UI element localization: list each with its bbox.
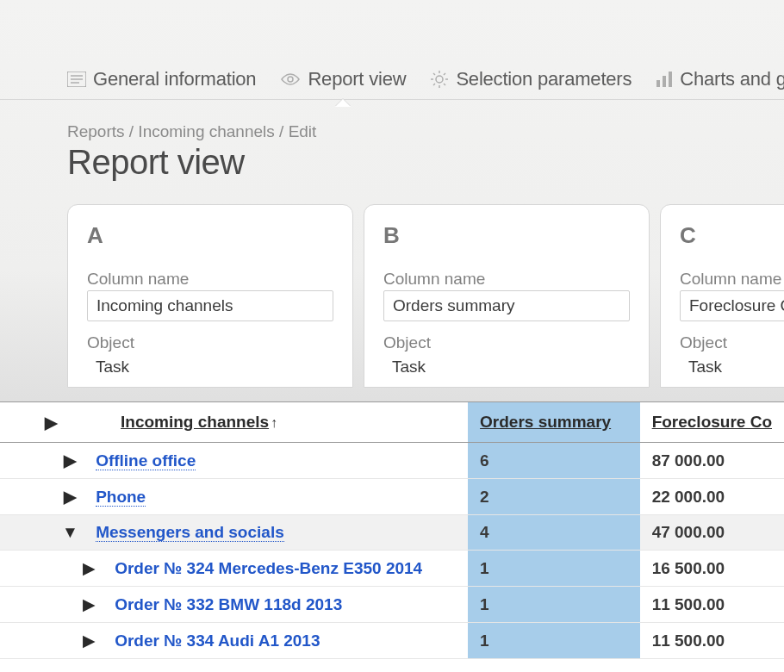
svg-line-10: [433, 73, 435, 75]
gear-icon: [430, 70, 449, 89]
tab-general-information[interactable]: General information: [67, 68, 256, 90]
order-link[interactable]: Order № 324 Mercedes-Benz E350 2014: [115, 559, 422, 577]
column-letter: C: [680, 222, 784, 249]
svg-line-12: [433, 84, 435, 85]
tab-charts[interactable]: Charts and gr: [656, 68, 784, 90]
svg-line-13: [444, 73, 445, 75]
column-cards: A Column name Object Task B Column name …: [0, 182, 784, 388]
column-name-label: Column name: [87, 270, 333, 289]
cell-summary: 1: [468, 623, 640, 659]
table-header-summary[interactable]: Orders summary: [468, 402, 640, 443]
tab-label: General information: [93, 68, 256, 90]
svg-line-11: [444, 84, 445, 85]
bar-chart-icon: [656, 72, 673, 87]
table-header-label: Foreclosure Co: [652, 413, 772, 431]
column-name-label: Column name: [383, 270, 630, 289]
column-letter: A: [87, 222, 333, 249]
table-header-incoming[interactable]: ▶ Incoming channels↑: [0, 402, 468, 443]
table-row[interactable]: ▼ Messengers and socials 4 47 000.00: [0, 515, 784, 551]
svg-point-4: [288, 77, 293, 82]
column-object-label: Object: [680, 333, 784, 352]
cell-foreclosure: 87 000.00: [640, 443, 784, 479]
column-name-input[interactable]: [383, 290, 630, 321]
cell-foreclosure: 47 000.00: [640, 515, 784, 551]
list-icon: [67, 72, 86, 87]
svg-point-5: [436, 76, 443, 83]
svg-rect-15: [663, 76, 666, 87]
column-object-label: Object: [87, 333, 333, 352]
column-name-input[interactable]: [680, 290, 784, 321]
page-header: Reports / Incoming channels / Edit Repor…: [0, 100, 784, 182]
column-card-c: C Column name Object Task: [660, 204, 784, 388]
tab-bar: General information Report view Selectio…: [0, 0, 784, 100]
column-name-label: Column name: [680, 270, 784, 289]
cell-foreclosure: 11 500.00: [640, 587, 784, 623]
table-row[interactable]: ▶ Order № 334 Audi A1 2013 1 11 500.00: [0, 623, 784, 659]
table-row[interactable]: ▶ Order № 332 BMW 118d 2013 1 11 500.00: [0, 587, 784, 623]
table-header-label: Incoming channels: [121, 413, 269, 431]
group-link[interactable]: Messengers and socials: [96, 523, 284, 542]
report-table: ▶ Incoming channels↑ Orders summary Fore…: [0, 402, 784, 659]
cell-foreclosure: 11 500.00: [640, 623, 784, 659]
cell-summary: 1: [468, 587, 640, 623]
table-header-label: Orders summary: [480, 413, 611, 431]
order-link[interactable]: Order № 332 BMW 118d 2013: [115, 595, 342, 613]
column-object-value: Task: [383, 354, 630, 380]
group-link[interactable]: Phone: [96, 488, 146, 507]
order-link[interactable]: Order № 334 Audi A1 2013: [115, 632, 320, 650]
column-card-a: A Column name Object Task: [67, 204, 353, 388]
column-card-b: B Column name Object Task: [364, 204, 650, 388]
tab-report-view[interactable]: Report view: [280, 68, 406, 90]
cell-summary: 1: [468, 551, 640, 587]
tab-selection-parameters[interactable]: Selection parameters: [430, 68, 632, 90]
column-name-input[interactable]: [87, 290, 333, 321]
svg-rect-14: [656, 80, 660, 87]
table-row[interactable]: ▶ Order № 324 Mercedes-Benz E350 2014 1 …: [0, 551, 784, 587]
page-title: Report view: [67, 143, 784, 182]
column-letter: B: [383, 222, 630, 249]
breadcrumb[interactable]: Reports / Incoming channels / Edit: [67, 122, 784, 141]
expand-toggle[interactable]: ▶: [81, 594, 96, 614]
expand-toggle[interactable]: ▶: [62, 451, 78, 470]
cell-summary: 2: [468, 479, 640, 515]
column-object-value: Task: [87, 354, 333, 380]
sort-indicator-icon: ↑: [271, 415, 277, 431]
cell-foreclosure: 16 500.00: [640, 551, 784, 587]
table-row[interactable]: ▶ Phone 2 22 000.00: [0, 479, 784, 515]
column-object-label: Object: [383, 333, 630, 352]
tab-label: Selection parameters: [456, 68, 632, 90]
column-object-value: Task: [680, 354, 784, 380]
expand-toggle[interactable]: ▶: [81, 558, 96, 578]
cell-summary: 6: [468, 443, 640, 479]
eye-icon: [280, 72, 301, 86]
cell-summary: 4: [468, 515, 640, 551]
cell-foreclosure: 22 000.00: [640, 479, 784, 515]
report-table-container: ▶ Incoming channels↑ Orders summary Fore…: [0, 401, 784, 672]
expand-all-toggle[interactable]: ▶: [43, 413, 59, 432]
svg-rect-16: [669, 72, 672, 87]
table-row[interactable]: ▶ Offline office 6 87 000.00: [0, 443, 784, 479]
group-link[interactable]: Offline office: [96, 451, 196, 470]
collapse-toggle[interactable]: ▼: [62, 523, 78, 542]
tab-label: Charts and gr: [680, 68, 784, 90]
expand-toggle[interactable]: ▶: [62, 487, 78, 507]
tab-label: Report view: [308, 68, 406, 90]
expand-toggle[interactable]: ▶: [81, 631, 96, 650]
table-header-foreclosure[interactable]: Foreclosure Co: [640, 402, 784, 443]
